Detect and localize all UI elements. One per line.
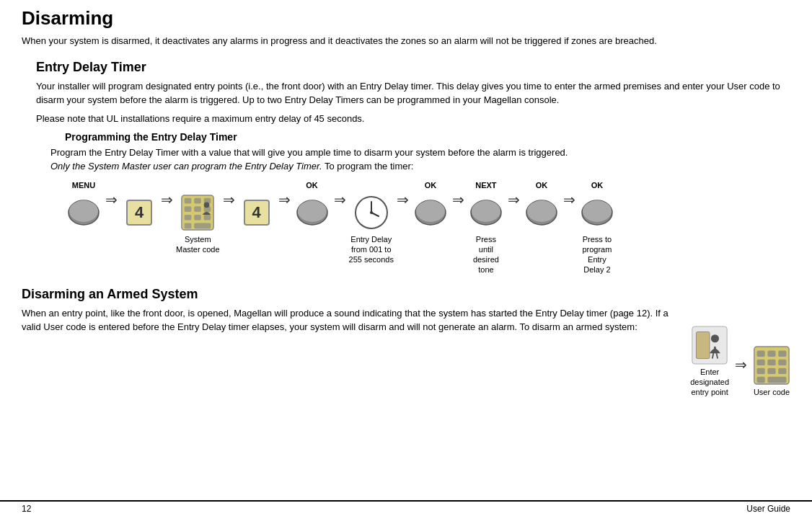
num4b-icon: 4 — [238, 194, 275, 231]
arrow-9: ⇒ — [560, 181, 578, 218]
programming-body: Program the Entry Delay Timer with a val… — [50, 146, 790, 174]
svg-rect-45 — [767, 377, 786, 383]
svg-point-26 — [527, 200, 556, 222]
clock-label: Entry Delayfrom 001 to255 seconds — [349, 234, 394, 265]
svg-point-16 — [298, 200, 327, 222]
arrow-1: ⇒ — [102, 181, 120, 218]
svg-rect-11 — [204, 214, 211, 220]
entry-delay-timer-section: Entry Delay Timer Your installer will pr… — [36, 60, 790, 275]
arrow-5: ⇒ — [331, 181, 349, 218]
disarming-armed-heading: Disarming an Armed System — [22, 287, 790, 302]
ok4-icon — [578, 194, 616, 231]
svg-rect-30 — [697, 332, 710, 358]
svg-point-20 — [370, 211, 373, 214]
num4a-display: 4 — [126, 200, 152, 226]
arrow-3: ⇒ — [220, 181, 238, 218]
step-num4a: 4 — [120, 194, 158, 231]
svg-rect-42 — [767, 368, 775, 374]
svg-point-1 — [69, 200, 98, 222]
step-person: Enterdesignatedentry point — [690, 326, 729, 398]
keypad1-icon — [179, 194, 216, 231]
svg-rect-13 — [194, 223, 211, 228]
svg-rect-35 — [757, 351, 765, 357]
arrow-2: ⇒ — [158, 181, 176, 218]
next-icon — [467, 194, 505, 231]
svg-rect-38 — [757, 360, 765, 365]
ok4-label-top: OK — [591, 181, 604, 190]
programming-subsection: Programming the Entry Delay Timer Progra… — [50, 131, 790, 275]
svg-point-24 — [472, 200, 500, 222]
svg-point-28 — [583, 200, 612, 222]
entry-delay-body1: Your installer will program designated e… — [36, 79, 790, 107]
ok2-label-top: OK — [425, 181, 437, 190]
ok3-label-top: OK — [536, 181, 548, 190]
step-keypad1: SystemMaster code — [176, 194, 220, 255]
page-title: Disarming — [22, 7, 790, 30]
step-menu: MENU — [65, 194, 102, 231]
menu-button-icon — [65, 194, 102, 231]
person-label: Enterdesignatedentry point — [690, 367, 729, 398]
programming-italic: Only the System Master user can program … — [50, 161, 322, 172]
footer-guide-text: User Guide — [746, 504, 790, 514]
arrow-dis-1: ⇒ — [732, 346, 750, 383]
footer-page-num: 12 — [22, 504, 31, 514]
arrow-6: ⇒ — [394, 181, 412, 218]
programming-body-text: Program the Entry Delay Timer with a val… — [50, 147, 568, 158]
intro-text: When your system is disarmed, it deactiv… — [22, 34, 790, 48]
footer-bar: 12 User Guide — [0, 500, 812, 516]
num4b-display: 4 — [244, 200, 270, 226]
disarming-content: When an entry point, like the front door… — [22, 306, 790, 398]
clock-icon — [353, 194, 390, 231]
svg-rect-9 — [185, 214, 192, 220]
entry-delay-timer-heading: Entry Delay Timer — [36, 60, 790, 75]
next-label-top: NEXT — [475, 181, 496, 190]
svg-rect-12 — [185, 223, 192, 228]
svg-rect-44 — [757, 377, 765, 383]
next-label-bottom: Pressuntildesiredtone — [473, 234, 499, 275]
ok3-icon — [523, 194, 560, 231]
entry-delay-note: Please note that UL installations requir… — [36, 113, 790, 124]
svg-point-22 — [416, 200, 445, 222]
svg-rect-36 — [767, 351, 775, 357]
svg-rect-6 — [185, 206, 192, 212]
arrow-8: ⇒ — [505, 181, 523, 218]
arrow-4: ⇒ — [275, 181, 294, 218]
svg-point-31 — [711, 334, 719, 342]
svg-rect-40 — [778, 360, 786, 365]
svg-rect-10 — [194, 214, 201, 220]
arrow-7: ⇒ — [449, 181, 467, 218]
keypad2-icon — [753, 347, 790, 384]
svg-rect-43 — [778, 368, 786, 374]
programming-diagram: MENU ⇒ 4 ⇒ — [65, 181, 790, 275]
svg-rect-7 — [194, 206, 201, 212]
step-num4b: 4 — [238, 194, 275, 231]
disarming-armed-system-section: Disarming an Armed System When an entry … — [22, 287, 790, 398]
person-icon — [691, 326, 728, 364]
keypad1-label: SystemMaster code — [176, 234, 220, 255]
menu-label-top: MENU — [72, 181, 95, 190]
step-ok1: OK — [294, 194, 331, 231]
step-clock: Entry Delayfrom 001 to255 seconds — [349, 194, 394, 265]
step-keypad2: User code — [753, 347, 790, 397]
disarming-body: When an entry point, like the front door… — [22, 306, 676, 334]
step-ok3: OK — [523, 194, 560, 231]
keypad2-label: User code — [754, 387, 790, 397]
ok2-icon — [412, 194, 449, 231]
ok1-label-top: OK — [306, 181, 318, 190]
step-next: NEXT Pressuntildesiredtone — [467, 194, 505, 275]
num4a-icon: 4 — [120, 194, 158, 231]
step-ok2: OK — [412, 194, 449, 231]
ok4-label-bottom: Press toprogramEntryDelay 2 — [582, 234, 612, 275]
ok1-icon — [294, 194, 331, 231]
disarming-diagram: Enterdesignatedentry point ⇒ — [690, 313, 790, 398]
svg-point-14 — [204, 202, 210, 208]
svg-rect-4 — [194, 197, 201, 203]
svg-rect-39 — [767, 360, 775, 365]
svg-rect-37 — [778, 351, 786, 357]
svg-rect-41 — [757, 368, 765, 374]
svg-rect-3 — [185, 197, 192, 203]
programming-heading: Programming the Entry Delay Timer — [65, 131, 790, 143]
step-ok4: OK Press toprogramEntryDelay 2 — [578, 194, 616, 275]
